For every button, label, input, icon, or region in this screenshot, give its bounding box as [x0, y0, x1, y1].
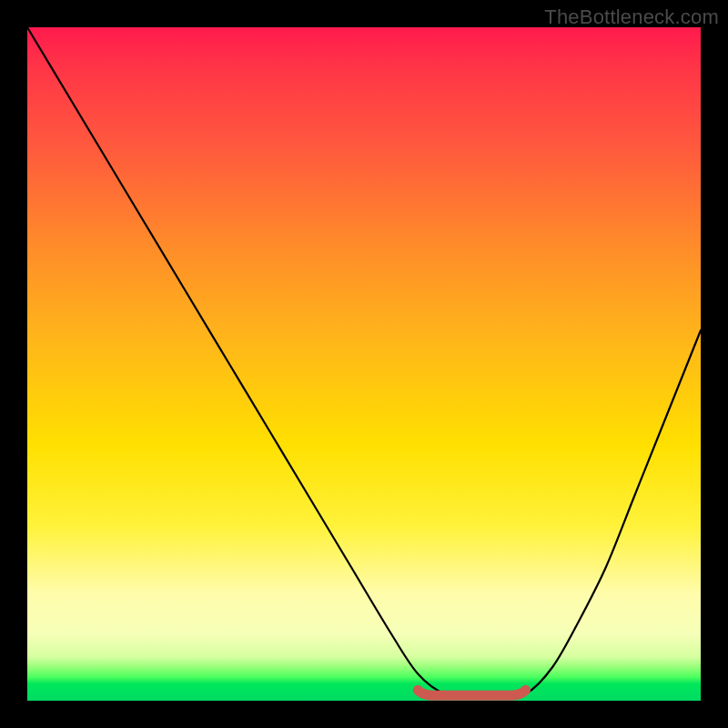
watermark-text: TheBottleneck.com: [544, 5, 719, 29]
bottleneck-curve-svg: [27, 27, 701, 701]
plot-area: [27, 27, 701, 701]
bottleneck-curve: [27, 27, 701, 698]
optimal-range-marker: [418, 690, 525, 695]
chart-frame: TheBottleneck.com: [0, 0, 728, 728]
